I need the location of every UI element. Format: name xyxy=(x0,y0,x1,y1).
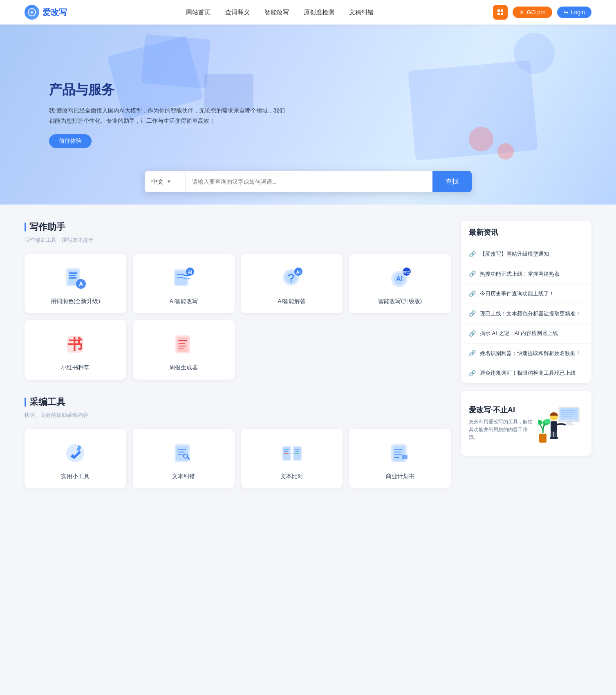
sampling-tools-section: 采编工具 快速、高效的辅助采编内容 实用小工具 xyxy=(25,396,451,488)
svg-rect-4 xyxy=(69,275,76,276)
nav-home[interactable]: 网站首页 xyxy=(186,9,211,16)
svg-rect-32 xyxy=(176,446,188,461)
link-icon-2: 🔗 xyxy=(469,290,476,297)
news-item-6[interactable]: 🔗 避免违规词汇！极限词检测工具现已上线 xyxy=(461,363,591,383)
weekly-report-icon xyxy=(170,331,197,358)
link-icon-6: 🔗 xyxy=(469,370,476,376)
text-compare-icon xyxy=(279,440,305,466)
ai-rewrite-label: AI智能改写 xyxy=(170,298,198,305)
go-pro-button[interactable]: ☀ GO pro xyxy=(513,7,552,18)
xiaohongshu-label: 小红书种草 xyxy=(61,364,90,371)
login-label: Login xyxy=(571,9,585,16)
logo-icon xyxy=(25,5,39,20)
smart-rewrite-pro-label: 智能改写(升级版) xyxy=(378,298,422,305)
nav-links: 网站首页 查词释义 智能改写 原创度检测 文稿纠错 xyxy=(186,9,374,16)
grid-button[interactable] xyxy=(493,5,508,20)
search-button[interactable]: 查找 xyxy=(432,171,472,192)
svg-rect-56 xyxy=(566,422,572,424)
news-text-0: 【爱改写】网站升级模型通知 xyxy=(480,250,549,258)
news-text-1: 热搜功能正式上线！掌握网络热点 xyxy=(480,270,560,278)
go-pro-label: GO pro xyxy=(527,9,546,16)
business-plan-icon xyxy=(387,440,413,466)
tool-xiaohongshu[interactable]: 书 小红书种草 xyxy=(25,320,126,380)
svg-point-14 xyxy=(290,282,291,283)
news-item-3[interactable]: 🔗 现已上线！文本颜色分析器让提取更精准！ xyxy=(461,304,591,324)
tool-text-correction[interactable]: 文本纠错 xyxy=(133,429,235,488)
tool-ai-answer[interactable]: AI AI智能解答 xyxy=(241,254,343,313)
sampling-tools-subtitle: 快速、高效的辅助采编内容 xyxy=(25,412,451,419)
svg-rect-68 xyxy=(539,434,547,443)
login-button[interactable]: ↪ Login xyxy=(557,7,591,18)
tool-utility[interactable]: 实用小工具 xyxy=(25,429,126,488)
ai-rewrite-icon: AI xyxy=(170,265,197,291)
language-selector[interactable]: 中文 ▼ xyxy=(145,171,186,192)
news-item-5[interactable]: 🔗 姓名识别利器：快速提取和解析姓名数据！ xyxy=(461,344,591,364)
right-column: 最新资讯 🔗 【爱改写】网站升级模型通知 🔗 热搜功能正式上线！掌握网络热点 🔗… xyxy=(461,221,591,456)
news-text-5: 姓名识别利器：快速提取和解析姓名数据！ xyxy=(480,349,581,358)
title-bar xyxy=(25,223,26,232)
link-icon-1: 🔗 xyxy=(469,270,476,277)
svg-text:A: A xyxy=(79,281,83,287)
chevron-down-icon: ▼ xyxy=(167,179,172,184)
link-icon-3: 🔗 xyxy=(469,310,476,317)
nav-rewrite[interactable]: 智能改写 xyxy=(264,9,289,16)
promo-illustration xyxy=(538,401,583,446)
svg-rect-53 xyxy=(402,455,408,459)
tool-business-plan[interactable]: 商业计划书 xyxy=(349,429,451,488)
nav-query[interactable]: 查词释义 xyxy=(225,9,250,16)
svg-rect-25 xyxy=(177,337,188,352)
writing-tools-grid: A 用词润色(全新升级) AI xyxy=(25,254,451,380)
svg-rect-63 xyxy=(551,421,557,432)
writing-tools-subtitle: 写作辅助工具，撰写效率提升 xyxy=(25,236,451,244)
lang-label: 中文 xyxy=(151,178,164,186)
news-card: 最新资讯 🔗 【爱改写】网站升级模型通知 🔗 热搜功能正式上线！掌握网络热点 🔗… xyxy=(461,221,591,383)
sampling-tools-title: 采编工具 xyxy=(25,396,451,408)
tool-smart-rewrite-pro[interactable]: AI PRO 智能改写(升级版) xyxy=(349,254,451,313)
link-icon-0: 🔗 xyxy=(469,251,476,257)
news-text-6: 避免违规词汇！极限词检测工具现已上线 xyxy=(480,369,576,377)
news-item-1[interactable]: 🔗 热搜功能正式上线！掌握网络热点 xyxy=(461,264,591,284)
tool-weekly-report[interactable]: 周报生成器 xyxy=(133,320,235,380)
news-item-4[interactable]: 🔗 揭示 AI 之谜：AI 内容检测器上线 xyxy=(461,324,591,344)
svg-text:AI: AI xyxy=(188,270,193,274)
writing-tools-label: 写作助手 xyxy=(29,221,65,233)
smart-rewrite-pro-icon: AI PRO xyxy=(387,265,413,291)
promo-description: 充分利用爱改写的工具，解锁其功能并利用您的内容工作流。 xyxy=(469,418,534,442)
text-compare-label: 文本比对 xyxy=(280,473,303,480)
promo-text: 爱改写·不止AI 充分利用爱改写的工具，解锁其功能并利用您的内容工作流。 xyxy=(469,405,534,442)
search-input[interactable] xyxy=(186,171,432,192)
promo-card: 爱改写·不止AI 充分利用爱改写的工具，解锁其功能并利用您的内容工作流。 xyxy=(461,391,591,456)
logo[interactable]: 爱改写 xyxy=(25,5,67,20)
tool-word-coloring[interactable]: A 用词润色(全新升级) xyxy=(25,254,126,313)
svg-text:PRO: PRO xyxy=(403,270,411,274)
tool-text-compare[interactable]: 文本比对 xyxy=(241,429,343,488)
ai-answer-icon: AI xyxy=(279,265,305,291)
promo-title: 爱改写·不止AI xyxy=(469,405,534,415)
sampling-title-bar xyxy=(25,398,26,407)
nav-correction[interactable]: 文稿纠错 xyxy=(349,9,374,16)
svg-rect-55 xyxy=(560,408,578,420)
news-item-2[interactable]: 🔗 今日历史事件查询功能上线了！ xyxy=(461,284,591,304)
left-column: 写作助手 写作辅助工具，撰写效率提升 A xyxy=(25,221,451,505)
login-icon: ↪ xyxy=(564,9,569,16)
go-pro-icon: ☀ xyxy=(519,9,524,16)
svg-point-30 xyxy=(66,444,84,462)
hero-section: 产品与服务 我·爱改写已经全面接入国内AI大模型，作为你的智能伙伴，无论您的需求… xyxy=(0,25,616,205)
sampling-tools-grid: 实用小工具 文本纠 xyxy=(25,429,451,488)
news-item-0[interactable]: 🔗 【爱改写】网站升级模型通知 xyxy=(461,244,591,264)
experience-button[interactable]: 前往体验 xyxy=(49,134,92,148)
nav-actions: ☀ GO pro ↪ Login xyxy=(493,5,591,20)
nav-originality[interactable]: 原创度检测 xyxy=(304,9,334,16)
svg-rect-5 xyxy=(69,277,76,279)
ai-answer-label: AI智能解答 xyxy=(278,298,306,305)
tool-ai-rewrite[interactable]: AI AI智能改写 xyxy=(133,254,235,313)
news-text-3: 现已上线！文本颜色分析器让提取更精准！ xyxy=(480,310,581,318)
search-bar: 中文 ▼ 查找 xyxy=(145,171,472,192)
news-text-4: 揭示 AI 之谜：AI 内容检测器上线 xyxy=(480,329,558,337)
utility-icon xyxy=(62,440,88,466)
hero-content: 产品与服务 我·爱改写已经全面接入国内AI大模型，作为你的智能伙伴，无论您的需求… xyxy=(0,81,286,148)
writing-tools-title: 写作助手 xyxy=(25,221,451,233)
business-plan-label: 商业计划书 xyxy=(386,473,414,480)
text-correction-label: 文本纠错 xyxy=(172,473,195,480)
word-coloring-icon: A xyxy=(62,265,88,291)
